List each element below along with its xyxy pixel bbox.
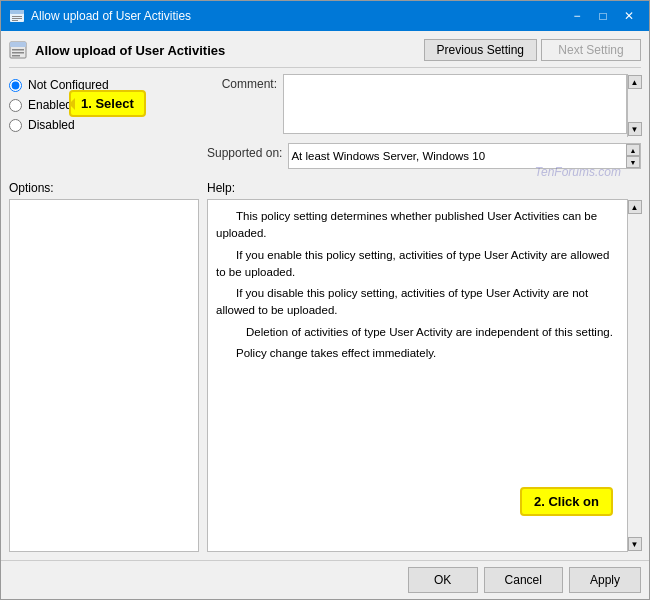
- comment-input[interactable]: [283, 74, 627, 134]
- supported-label: Supported on:: [207, 143, 282, 160]
- comment-scroll-down[interactable]: ▼: [628, 122, 642, 136]
- radio-disabled-input[interactable]: [9, 119, 22, 132]
- radio-group: Not Configured Enabled 1. Select Disable…: [9, 74, 199, 132]
- supported-row: Supported on: At least Windows Server, W…: [207, 143, 641, 169]
- svg-rect-6: [10, 42, 26, 47]
- apply-button[interactable]: Apply: [569, 567, 641, 593]
- maximize-button[interactable]: □: [591, 6, 615, 26]
- comment-scrollbar: ▲ ▼: [627, 74, 641, 137]
- svg-rect-2: [12, 16, 22, 17]
- svg-rect-8: [12, 52, 24, 54]
- svg-rect-7: [12, 49, 24, 51]
- help-box-container: This policy setting determines whether p…: [207, 199, 641, 552]
- header-title: Allow upload of User Activities: [9, 40, 225, 60]
- svg-rect-1: [10, 10, 24, 14]
- help-para5: Policy change takes effect immediately.: [216, 345, 622, 362]
- title-bar-left: Allow upload of User Activities: [9, 8, 191, 24]
- help-para2: If you enable this policy setting, activ…: [216, 247, 622, 282]
- help-scrollbar: ▲ ▼: [627, 199, 641, 552]
- help-scroll-down[interactable]: ▼: [628, 537, 642, 551]
- header-title-text: Allow upload of User Activities: [35, 43, 225, 58]
- radio-disabled[interactable]: Disabled: [9, 118, 199, 132]
- right-panel: Comment: ▲ ▼ Supported on: At least Wind…: [207, 74, 641, 169]
- help-box: This policy setting determines whether p…: [207, 199, 641, 552]
- comment-row: Comment: ▲ ▼: [207, 74, 641, 137]
- radio-enabled-input[interactable]: [9, 99, 22, 112]
- help-label: Help:: [207, 181, 641, 195]
- options-box: [9, 199, 199, 552]
- ok-button[interactable]: OK: [408, 567, 478, 593]
- title-controls: − □ ✕: [565, 6, 641, 26]
- header-icon: [9, 40, 29, 60]
- previous-setting-button[interactable]: Previous Setting: [424, 39, 537, 61]
- supported-value: At least Windows Server, Windows 10: [291, 150, 638, 162]
- supported-wrapper: At least Windows Server, Windows 10 ▲ ▼: [288, 143, 641, 169]
- supported-scrollbar: ▲ ▼: [626, 144, 640, 168]
- footer: OK Cancel Apply: [1, 560, 649, 599]
- radio-not-configured-input[interactable]: [9, 79, 22, 92]
- options-label: Options:: [9, 181, 199, 195]
- svg-rect-4: [12, 20, 18, 21]
- title-bar: Allow upload of User Activities − □ ✕: [1, 1, 649, 31]
- help-para4: Deletion of activities of type User Acti…: [216, 324, 622, 341]
- close-button[interactable]: ✕: [617, 6, 641, 26]
- comment-wrapper: ▲ ▼: [283, 74, 641, 137]
- next-setting-button[interactable]: Next Setting: [541, 39, 641, 61]
- radio-not-configured[interactable]: Not Configured: [9, 78, 199, 92]
- middle-section: Not Configured Enabled 1. Select Disable…: [9, 74, 641, 169]
- help-para1: This policy setting determines whether p…: [216, 208, 622, 243]
- help-para3: If you disable this policy setting, acti…: [216, 285, 622, 320]
- annotation-select: 1. Select: [69, 90, 146, 117]
- supported-scroll-up[interactable]: ▲: [626, 144, 640, 156]
- bottom-section: Options: Help: This policy setting deter…: [9, 181, 641, 552]
- main-window: Allow upload of User Activities − □ ✕ Al…: [0, 0, 650, 600]
- radio-not-configured-label: Not Configured: [28, 78, 109, 92]
- left-panel: Not Configured Enabled 1. Select Disable…: [9, 74, 199, 169]
- options-panel: Options:: [9, 181, 199, 552]
- radio-disabled-label: Disabled: [28, 118, 75, 132]
- radio-enabled[interactable]: Enabled 1. Select: [9, 98, 199, 112]
- window-title: Allow upload of User Activities: [31, 9, 191, 23]
- supported-scroll-down[interactable]: ▼: [626, 156, 640, 168]
- comment-label: Comment:: [207, 74, 277, 91]
- svg-rect-9: [12, 55, 20, 57]
- header-row: Allow upload of User Activities Previous…: [9, 39, 641, 68]
- header-buttons: Previous Setting Next Setting: [424, 39, 641, 61]
- comment-scroll-up[interactable]: ▲: [628, 75, 642, 89]
- cancel-button[interactable]: Cancel: [484, 567, 563, 593]
- content-area: Allow upload of User Activities Previous…: [1, 31, 649, 560]
- minimize-button[interactable]: −: [565, 6, 589, 26]
- help-scroll-up[interactable]: ▲: [628, 200, 642, 214]
- svg-rect-3: [12, 18, 22, 19]
- radio-enabled-label: Enabled: [28, 98, 72, 112]
- help-panel: Help: This policy setting determines whe…: [207, 181, 641, 552]
- window-icon: [9, 8, 25, 24]
